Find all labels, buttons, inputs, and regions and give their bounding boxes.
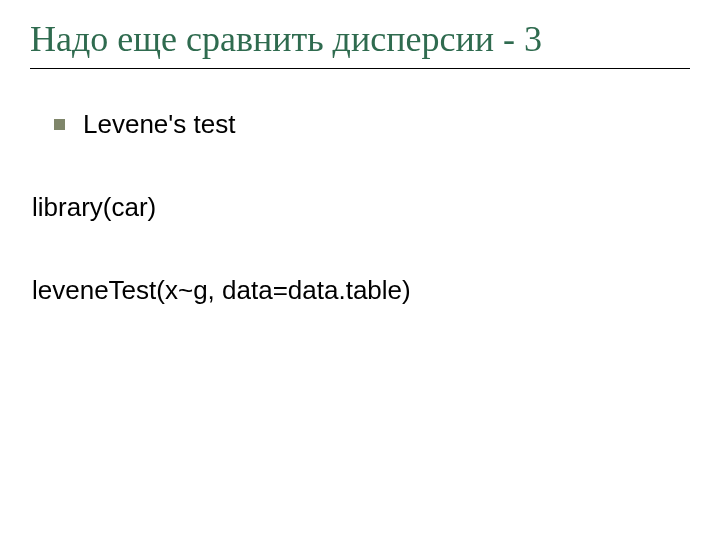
square-bullet-icon [54,119,65,130]
code-line: library(car) [32,192,690,223]
title-underline [30,68,690,69]
slide-body: Levene's test library(car) leveneTest(x~… [30,109,690,307]
slide: Надо еще сравнить дисперсии - 3 Levene's… [0,0,720,540]
code-line: leveneTest(x~g, data=data.table) [32,275,690,306]
bullet-text: Levene's test [83,109,235,140]
bullet-line: Levene's test [54,109,690,140]
slide-title: Надо еще сравнить дисперсии - 3 [30,18,690,60]
